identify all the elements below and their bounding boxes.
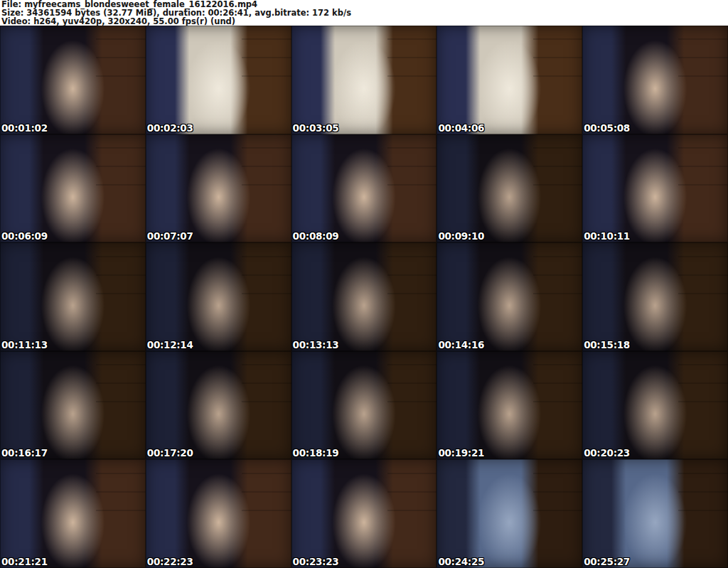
timestamp-label: 00:12:14 — [147, 339, 193, 350]
timestamp-label: 00:20:23 — [584, 447, 630, 459]
video-codec-line: Video: h264, yuv420p, 320x240, 55.00 fps… — [1, 17, 727, 26]
timestamp-label: 00:23:23 — [293, 556, 339, 567]
thumbnail-frame: 00:14:16 — [437, 242, 582, 351]
thumbnail-frame: 00:20:23 — [582, 351, 728, 460]
thumbnail-frame: 00:19:21 — [437, 351, 582, 460]
timestamp-label: 00:11:13 — [1, 339, 48, 350]
thumbnail-frame: 00:12:14 — [146, 242, 291, 351]
timestamp-label: 00:16:17 — [1, 447, 48, 459]
timestamp-label: 00:03:05 — [293, 122, 339, 134]
thumbnail-frame: 00:07:07 — [146, 134, 291, 243]
thumbnail-frame: 00:05:08 — [582, 26, 728, 134]
timestamp-label: 00:25:27 — [584, 556, 630, 567]
timestamp-label: 00:14:16 — [438, 339, 484, 350]
timestamp-label: 00:22:23 — [147, 556, 193, 567]
timestamp-label: 00:01:02 — [1, 122, 48, 134]
thumbnail-frame: 00:13:13 — [291, 242, 437, 351]
thumbnail-frame: 00:21:21 — [0, 459, 146, 568]
thumbnail-frame: 00:25:27 — [582, 459, 728, 568]
timestamp-label: 00:09:10 — [438, 230, 484, 242]
thumbnail-frame: 00:02:03 — [146, 26, 291, 134]
timestamp-label: 00:19:21 — [438, 447, 484, 459]
thumbnail-frame: 00:11:13 — [0, 242, 146, 351]
thumbnail-frame: 00:03:05 — [291, 26, 437, 134]
thumbnail-frame: 00:15:18 — [582, 242, 728, 351]
timestamp-label: 00:08:09 — [293, 230, 339, 242]
video-contact-sheet: File: myfreecams_blondesweeet_female_161… — [0, 0, 728, 568]
timestamp-label: 00:17:20 — [147, 447, 193, 459]
thumbnail-frame: 00:08:09 — [291, 134, 437, 243]
thumbnail-frame: 00:24:25 — [437, 459, 582, 568]
timestamp-label: 00:15:18 — [584, 339, 630, 350]
video-info-header: File: myfreecams_blondesweeet_female_161… — [0, 0, 728, 26]
thumbnail-frame: 00:01:02 — [0, 26, 146, 134]
timestamp-label: 00:07:07 — [147, 230, 193, 242]
timestamp-label: 00:10:11 — [584, 230, 630, 242]
timestamp-label: 00:04:06 — [438, 122, 484, 134]
thumbnail-frame: 00:06:09 — [0, 134, 146, 243]
timestamp-label: 00:02:03 — [147, 122, 193, 134]
thumbnail-frame: 00:22:23 — [146, 459, 291, 568]
timestamp-label: 00:13:13 — [293, 339, 339, 350]
thumbnail-frame: 00:23:23 — [291, 459, 437, 568]
thumbnail-frame: 00:09:10 — [437, 134, 582, 243]
timestamp-label: 00:21:21 — [1, 556, 48, 567]
thumbnail-grid: 00:01:0200:02:0300:03:0500:04:0600:05:08… — [0, 26, 728, 568]
timestamp-label: 00:05:08 — [584, 122, 630, 134]
timestamp-label: 00:06:09 — [1, 230, 48, 242]
thumbnail-frame: 00:17:20 — [146, 351, 291, 460]
timestamp-label: 00:24:25 — [438, 556, 484, 567]
timestamp-label: 00:18:19 — [293, 447, 339, 459]
thumbnail-frame: 00:10:11 — [582, 134, 728, 243]
thumbnail-frame: 00:18:19 — [291, 351, 437, 460]
thumbnail-frame: 00:04:06 — [437, 26, 582, 134]
thumbnail-frame: 00:16:17 — [0, 351, 146, 460]
